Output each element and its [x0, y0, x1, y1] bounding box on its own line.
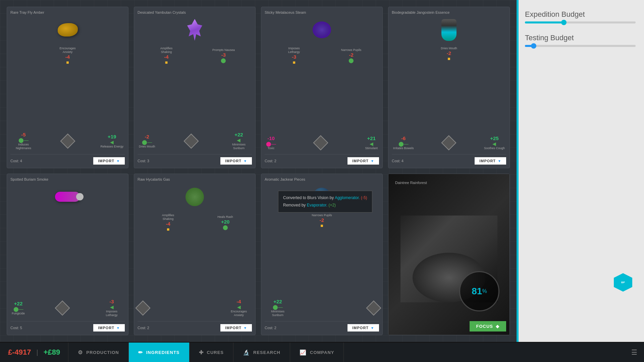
card-footer-raw-gas: Cost: 2 IMPORT ▼ — [138, 321, 252, 331]
expedition-budget-section: Expedition Budget — [525, 10, 636, 23]
smoke-image — [55, 192, 80, 202]
connector: ⬤ — [348, 58, 354, 63]
card-title-spotted: Spotted Buriam Smoke — [10, 177, 125, 181]
middle-row: -4 ◀ Encourages Anxiety — [138, 297, 252, 318]
positive-balance: +£89 — [44, 348, 60, 357]
right-connector: ◀ — [492, 141, 496, 146]
connector-icon: ■ — [66, 60, 69, 65]
card-title-desicated: Desicated Yambutan Crystals — [138, 10, 252, 14]
card-daintree: Daintree Rainforest 81% FOCUS ◆ — [388, 174, 510, 335]
ingredient-grid: Rare Tray Fly Amber Encourages Anxiety -… — [0, 0, 517, 342]
card-image-raw-gas — [138, 183, 252, 210]
card-footer-desicated: Cost: 3 IMPORT ▼ — [138, 154, 252, 165]
card-raw-gas: Raw Hycalartis Gas Amplifies Shaking -4 … — [134, 174, 256, 335]
card-footer-rare-tray: Cost: 4 IMPORT ▼ — [10, 154, 125, 165]
center-diamond — [366, 300, 381, 315]
expedition-budget-title: Expedition Budget — [525, 10, 636, 19]
focus-button[interactable]: FOCUS ◆ — [470, 321, 506, 331]
card-desicated: Desicated Yambutan Crystals Amplifies Sh… — [134, 7, 256, 168]
top-row: Encourages Anxiety -4 ■ — [10, 45, 125, 66]
card-image-biodegradable — [392, 16, 506, 43]
right-connector: ◀ — [110, 139, 114, 145]
effects-spotted: +22 ⬤— Fungicide -3 ◀ Imposes Lethargy — [10, 212, 125, 318]
left-effect: -6 ⬤— Irritates Bowels — [392, 134, 415, 152]
expedition-slider-thumb[interactable] — [561, 20, 567, 25]
cures-icon: ✚ — [199, 349, 204, 356]
card-spotted: Spotted Buriam Smoke +22 ⬤— Fungicide -3 — [7, 174, 128, 335]
card-title-biodegradable: Biodegradable Jangostein Essence — [392, 10, 506, 14]
tab-research[interactable]: 🔬 RESEARCH — [233, 343, 290, 362]
top-right-effect: Narrows Pupils -2 ⬤ — [340, 47, 363, 64]
import-button-biodegradable[interactable]: IMPORT ▼ — [475, 157, 506, 165]
effects-rare-tray: Encourages Anxiety -4 ■ -5 ⬤— Induces Ni… — [10, 45, 125, 152]
left-connector: ⬤— — [13, 306, 23, 312]
testing-slider-track[interactable] — [525, 45, 636, 47]
testing-slider-thumb[interactable] — [531, 43, 536, 49]
import-arrow: ▼ — [244, 326, 247, 330]
import-arrow: ▼ — [371, 159, 374, 163]
cost-label: Cost: 2 — [265, 326, 276, 330]
import-button-desicated[interactable]: IMPORT ▼ — [220, 157, 252, 165]
tab-cures[interactable]: ✚ CURES — [190, 343, 234, 362]
connector: ⬤ — [223, 225, 228, 230]
middle-row: +22 ⬤— Fungicide -3 ◀ Imposes Lethargy — [10, 297, 125, 318]
testing-budget-section: Testing Budget — [525, 34, 636, 47]
effects-desicated: Amplifies Shaking -4 ■ Prompts Nausea -3… — [138, 45, 252, 152]
connector: ■ — [167, 227, 169, 232]
tab-company[interactable]: 📈 COMPANY — [290, 343, 344, 362]
import-button-raw-gas[interactable]: IMPORT ▼ — [220, 324, 252, 331]
production-icon: ⚙ — [78, 349, 83, 356]
import-button-rare-tray[interactable]: IMPORT ▼ — [93, 157, 125, 165]
balance-divider: | — [37, 349, 38, 356]
essence-image — [441, 19, 457, 41]
right-effect: +25 ◀ Soothes Cough — [483, 134, 506, 152]
left-effect: -5 ⬤— Induces Nightmares — [10, 130, 37, 152]
cost-label: Cost: 2 — [138, 326, 149, 330]
card-image-sticky — [265, 16, 379, 43]
effects-sticky: Imposes Lethargy -3 ■ Narrows Pupils -2 … — [265, 45, 379, 152]
card-aromatic: Aromatic Jackear Pieces Converted to Blu… — [261, 174, 383, 335]
expedition-slider-track[interactable] — [525, 21, 636, 23]
tab-production-label: PRODUCTION — [86, 350, 119, 355]
connector: ⬤ — [221, 58, 226, 63]
tab-research-label: RESEARCH — [253, 350, 280, 355]
card-footer-biodegradable: Cost: 4 IMPORT ▼ — [392, 154, 506, 165]
card-image-spotted — [10, 183, 125, 210]
hamburger-icon: ☰ — [631, 348, 637, 356]
taskbar-spacer — [344, 343, 625, 362]
center-diamond — [183, 133, 199, 148]
cost-label: Cost: 3 — [138, 159, 149, 163]
cost-label: Cost: 2 — [265, 159, 276, 163]
right-effect: +22 ◀ Minimises Sunburn — [226, 130, 252, 152]
effects-raw-gas: Amplifies Shaking -4 ■ Heals Rash +20 ⬤ … — [138, 212, 252, 318]
card-image-aromatic — [265, 183, 379, 210]
import-button-aromatic[interactable]: IMPORT ▼ — [347, 324, 379, 331]
cost-label: Cost: 5 — [10, 326, 22, 330]
tab-production[interactable]: ⚙ PRODUCTION — [68, 343, 128, 362]
tab-ingredients[interactable]: ✏ INGREDIENTS — [129, 343, 190, 362]
top-row: Narrows Pupils -2 ■ — [265, 212, 379, 230]
panel-accent — [517, 0, 519, 342]
import-arrow: ▼ — [116, 159, 120, 163]
center-diamond — [55, 300, 70, 315]
effects-biodegradable: Dries Mouth -2 ■ -6 ⬤— Irritates Bowels … — [392, 45, 506, 152]
card-title-raw-gas: Raw Hycalartis Gas — [138, 177, 252, 181]
money-area: £-4917 | +£89 — [0, 343, 68, 362]
right-effect: -3 ◀ Imposes Lethargy — [99, 297, 125, 318]
import-button-spotted[interactable]: IMPORT ▼ — [93, 324, 125, 331]
taskbar: £-4917 | +£89 ⚙ PRODUCTION ✏ INGREDIENTS… — [0, 342, 644, 362]
top-right-effect: Heals Rash +20 ⬤ — [216, 214, 234, 231]
import-button-sticky[interactable]: IMPORT ▼ — [347, 157, 379, 165]
negative-balance: £-4917 — [8, 348, 31, 357]
menu-button[interactable]: ☰ — [625, 343, 644, 362]
center-diamond — [135, 300, 150, 315]
left-connector: ⬤— — [266, 141, 276, 146]
left-effect: +22 ⬤— Fungicide — [10, 299, 26, 317]
middle-row: -5 ⬤— Induces Nightmares +19 ◀ Releases … — [10, 130, 125, 152]
center-diamond — [60, 133, 75, 148]
right-connector: ◀ — [237, 137, 240, 143]
left-connector: ⬤— — [142, 139, 152, 145]
card-title-daintree: Daintree Rainforest — [392, 177, 506, 186]
crystals-image — [187, 19, 202, 41]
right-effect: +19 ◀ Releases Energy — [99, 132, 125, 150]
